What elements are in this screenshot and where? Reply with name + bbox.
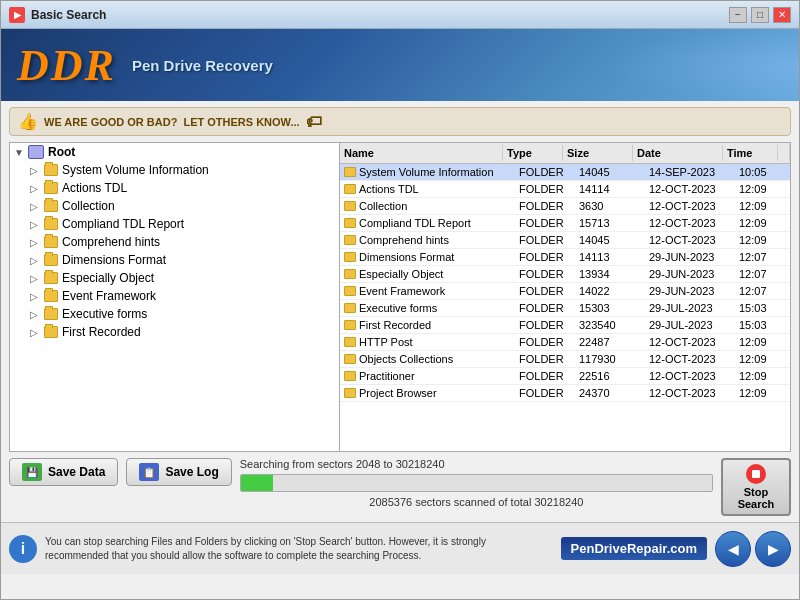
expand-icon: ▷ bbox=[30, 291, 42, 302]
table-row[interactable]: System Volume Information FOLDER 14045 1… bbox=[340, 164, 790, 181]
folder-icon bbox=[44, 290, 58, 302]
small-folder-icon bbox=[344, 354, 356, 364]
expand-icon: ▷ bbox=[30, 327, 42, 338]
tree-item[interactable]: ▷First Recorded bbox=[10, 323, 339, 341]
save-log-button[interactable]: 📋 Save Log bbox=[126, 458, 231, 486]
progress-bar-fill bbox=[241, 475, 274, 491]
table-row[interactable]: First Recorded FOLDER 323540 29-JUL-2023… bbox=[340, 317, 790, 334]
file-time: 12:07 bbox=[735, 249, 790, 265]
col-type: Type bbox=[503, 145, 563, 161]
maximize-button[interactable]: □ bbox=[751, 7, 769, 23]
file-name: Executive forms bbox=[359, 302, 437, 314]
tree-item[interactable]: ▷Dimensions Format bbox=[10, 251, 339, 269]
table-row[interactable]: Comprehend hints FOLDER 14045 12-OCT-202… bbox=[340, 232, 790, 249]
file-size: 14045 bbox=[575, 232, 645, 248]
file-type: FOLDER bbox=[515, 249, 575, 265]
small-folder-icon bbox=[344, 303, 356, 313]
folder-icon bbox=[44, 326, 58, 338]
tree-item-label: Collection bbox=[62, 199, 115, 213]
file-type: FOLDER bbox=[515, 385, 575, 401]
table-row[interactable]: Project Browser FOLDER 24370 12-OCT-2023… bbox=[340, 385, 790, 402]
tree-items: ▷System Volume Information▷Actions TDL▷C… bbox=[10, 161, 339, 341]
file-time: 12:09 bbox=[735, 334, 790, 350]
table-row[interactable]: Compliand TDL Report FOLDER 15713 12-OCT… bbox=[340, 215, 790, 232]
file-size: 117930 bbox=[575, 351, 645, 367]
title-bar-text: Basic Search bbox=[31, 8, 729, 22]
file-time: 12:07 bbox=[735, 283, 790, 299]
tree-item[interactable]: ▷Especially Object bbox=[10, 269, 339, 287]
table-row[interactable]: Executive forms FOLDER 15303 29-JUL-2023… bbox=[340, 300, 790, 317]
file-time: 12:09 bbox=[735, 181, 790, 197]
prev-button[interactable]: ◀ bbox=[715, 531, 751, 567]
tree-panel[interactable]: ▼ Root ▷System Volume Information▷Action… bbox=[10, 143, 340, 451]
stop-label: StopSearch bbox=[738, 486, 775, 510]
file-type: FOLDER bbox=[515, 164, 575, 180]
folder-icon bbox=[44, 308, 58, 320]
file-type: FOLDER bbox=[515, 181, 575, 197]
rating-banner[interactable]: 👍 WE ARE GOOD OR BAD? LET OTHERS KNOW...… bbox=[9, 107, 791, 136]
tree-root-label: Root bbox=[48, 145, 75, 159]
table-row[interactable]: Collection FOLDER 3630 12-OCT-2023 12:09 bbox=[340, 198, 790, 215]
stop-search-button[interactable]: StopSearch bbox=[721, 458, 791, 516]
folder-icon bbox=[44, 254, 58, 266]
save-log-icon: 📋 bbox=[139, 463, 159, 481]
table-row[interactable]: Especially Object FOLDER 13934 29-JUN-20… bbox=[340, 266, 790, 283]
table-row[interactable]: Dimensions Format FOLDER 14113 29-JUN-20… bbox=[340, 249, 790, 266]
info-bar: i You can stop searching Files and Folde… bbox=[1, 522, 799, 574]
sectors-text: 2085376 sectors scanned of total 3021824… bbox=[240, 496, 713, 508]
file-time: 10:05 bbox=[735, 164, 790, 180]
col-size: Size bbox=[563, 145, 633, 161]
file-name-cell: HTTP Post bbox=[340, 334, 515, 350]
table-row[interactable]: Actions TDL FOLDER 14114 12-OCT-2023 12:… bbox=[340, 181, 790, 198]
next-button[interactable]: ▶ bbox=[755, 531, 791, 567]
searching-text: Searching from sectors 2048 to 30218240 bbox=[240, 458, 445, 470]
banner-text2: LET OTHERS KNOW... bbox=[183, 116, 299, 128]
tree-item[interactable]: ▷Compliand TDL Report bbox=[10, 215, 339, 233]
file-name: Event Framework bbox=[359, 285, 445, 297]
folder-icon bbox=[44, 164, 58, 176]
app-icon: ▶ bbox=[9, 7, 25, 23]
table-row[interactable]: Objects Collections FOLDER 117930 12-OCT… bbox=[340, 351, 790, 368]
small-folder-icon bbox=[344, 184, 356, 194]
file-time: 12:09 bbox=[735, 232, 790, 248]
tree-item[interactable]: ▷Actions TDL bbox=[10, 179, 339, 197]
file-date: 12-OCT-2023 bbox=[645, 351, 735, 367]
small-folder-icon bbox=[344, 201, 356, 211]
file-date: 29-JUN-2023 bbox=[645, 283, 735, 299]
file-name: System Volume Information bbox=[359, 166, 494, 178]
tree-item[interactable]: ▷Comprehend hints bbox=[10, 233, 339, 251]
file-name-cell: First Recorded bbox=[340, 317, 515, 333]
file-name: Objects Collections bbox=[359, 353, 453, 365]
table-row[interactable]: HTTP Post FOLDER 22487 12-OCT-2023 12:09 bbox=[340, 334, 790, 351]
banner-text1: WE ARE GOOD OR BAD? bbox=[44, 116, 177, 128]
tree-item[interactable]: ▷Event Framework bbox=[10, 287, 339, 305]
file-type: FOLDER bbox=[515, 266, 575, 282]
file-table-body[interactable]: System Volume Information FOLDER 14045 1… bbox=[340, 164, 790, 451]
bottom-row: 💾 Save Data 📋 Save Log Searching from se… bbox=[9, 458, 791, 516]
tree-item[interactable]: ▷Executive forms bbox=[10, 305, 339, 323]
file-size: 14022 bbox=[575, 283, 645, 299]
tree-root[interactable]: ▼ Root bbox=[10, 143, 339, 161]
file-type: FOLDER bbox=[515, 198, 575, 214]
file-date: 29-JUL-2023 bbox=[645, 317, 735, 333]
tree-item[interactable]: ▷System Volume Information bbox=[10, 161, 339, 179]
table-row[interactable]: Practitioner FOLDER 22516 12-OCT-2023 12… bbox=[340, 368, 790, 385]
action-buttons: 💾 Save Data 📋 Save Log bbox=[9, 458, 232, 486]
folder-icon bbox=[44, 272, 58, 284]
file-name-cell: Compliand TDL Report bbox=[340, 215, 515, 231]
folder-icon bbox=[44, 182, 58, 194]
file-name: Especially Object bbox=[359, 268, 443, 280]
file-size: 14114 bbox=[575, 181, 645, 197]
small-folder-icon bbox=[344, 371, 356, 381]
close-button[interactable]: ✕ bbox=[773, 7, 791, 23]
minimize-button[interactable]: − bbox=[729, 7, 747, 23]
small-folder-icon bbox=[344, 320, 356, 330]
tree-item[interactable]: ▷Collection bbox=[10, 197, 339, 215]
save-data-button[interactable]: 💾 Save Data bbox=[9, 458, 118, 486]
table-row[interactable]: Event Framework FOLDER 14022 29-JUN-2023… bbox=[340, 283, 790, 300]
expand-icon: ▷ bbox=[30, 273, 42, 284]
small-folder-icon bbox=[344, 286, 356, 296]
expand-icon: ▷ bbox=[30, 309, 42, 320]
progress-bar-container bbox=[240, 474, 713, 492]
tree-item-label: Compliand TDL Report bbox=[62, 217, 184, 231]
